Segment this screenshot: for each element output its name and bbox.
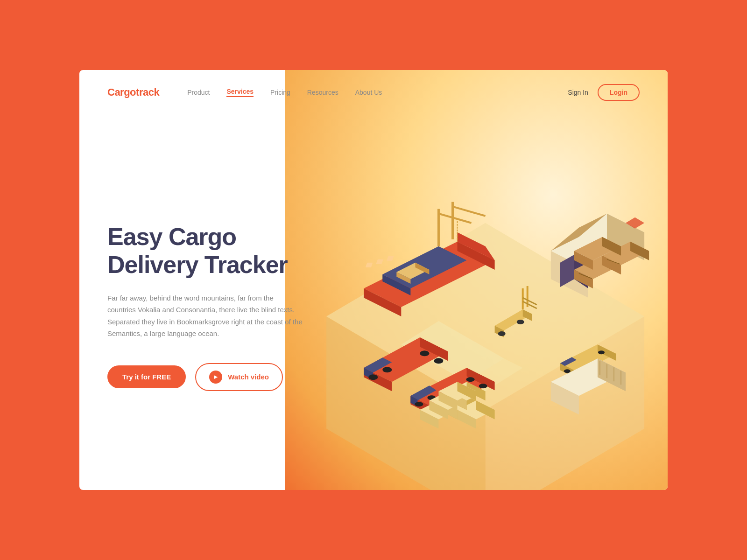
login-button[interactable]: Login [598, 84, 640, 101]
svg-point-52 [415, 402, 423, 406]
logo[interactable]: Cargotrack [107, 86, 159, 98]
svg-point-36 [498, 331, 505, 336]
svg-line-15 [438, 214, 471, 223]
svg-rect-11 [366, 263, 373, 267]
nav-links: Product Services Pricing Resources About… [187, 88, 549, 97]
svg-point-54 [466, 377, 474, 382]
svg-point-37 [517, 320, 524, 324]
navbar: Cargotrack Product Services Pricing Reso… [79, 70, 668, 115]
svg-point-44 [382, 367, 392, 372]
svg-point-62 [598, 350, 605, 354]
nav-item-resources[interactable]: Resources [307, 89, 338, 96]
svg-rect-13 [387, 256, 394, 261]
svg-rect-12 [376, 259, 383, 264]
nav-item-pricing[interactable]: Pricing [270, 89, 290, 96]
try-free-button[interactable]: Try it for FREE [107, 365, 186, 388]
hero-description: Far far away, behind the word mountains,… [107, 292, 303, 340]
hero-section: Easy Cargo Delivery Tracker Far far away… [79, 115, 668, 490]
sign-in-button[interactable]: Sign In [568, 89, 588, 96]
svg-point-45 [420, 350, 429, 356]
nav-actions: Sign In Login [568, 84, 640, 101]
hero-illustration [303, 115, 668, 490]
nav-item-about[interactable]: About Us [355, 89, 382, 96]
svg-point-55 [479, 384, 487, 388]
play-icon: ▶ [209, 371, 222, 384]
svg-point-46 [434, 358, 443, 364]
svg-point-60 [564, 369, 571, 373]
nav-item-services[interactable]: Services [226, 88, 254, 97]
svg-point-43 [368, 374, 378, 380]
svg-line-18 [452, 207, 485, 216]
watch-video-button[interactable]: ▶ Watch video [195, 363, 283, 391]
cargo-scene-svg [303, 115, 668, 490]
nav-item-product[interactable]: Product [187, 89, 210, 96]
page-container: Cargotrack Product Services Pricing Reso… [79, 70, 668, 490]
